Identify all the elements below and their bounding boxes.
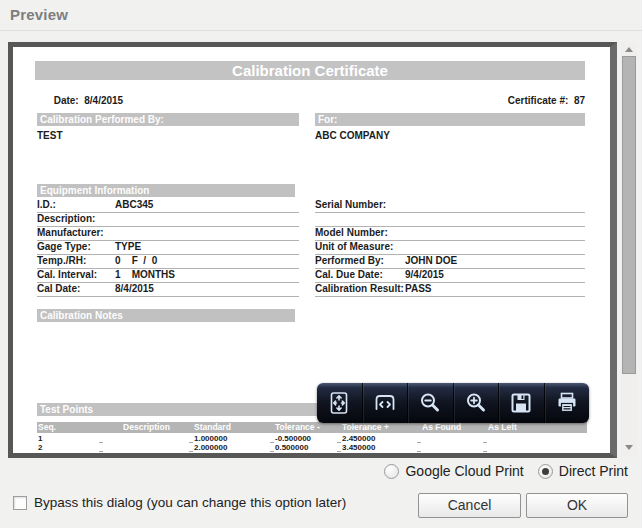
save-button[interactable] — [499, 383, 545, 423]
fit-page-icon — [326, 390, 352, 416]
equipment-right-column: Serial Number: Model Number: Unit of Mea… — [315, 199, 585, 297]
zoom-out-icon — [417, 390, 443, 416]
equipment-section-header: Equipment Information — [37, 184, 295, 197]
ok-button[interactable]: OK — [526, 493, 628, 518]
info-row: Temp./RH:0 F / 0 — [37, 255, 299, 269]
info-row: Unit of Measure: — [315, 241, 585, 255]
info-row: Calibration Result:PASS — [315, 283, 585, 297]
info-row: Cal. Due Date:9/4/2015 — [315, 269, 585, 283]
print-icon — [554, 390, 580, 416]
zoom-in-button[interactable] — [454, 383, 500, 423]
column-header: Seq. — [37, 422, 99, 433]
info-row: I.D.:ABC345 — [37, 199, 299, 213]
column-header: Tolerance + — [341, 422, 417, 433]
column-header: Standard — [193, 422, 270, 433]
certificate-title-bar: Calibration Certificate — [35, 61, 585, 80]
info-row: Performed By:JOHN DOE — [315, 255, 585, 269]
cancel-button[interactable]: Cancel — [418, 493, 521, 518]
print-destination-group: Google Cloud Print Direct Print — [384, 463, 628, 479]
info-row: Model Number: — [315, 227, 585, 241]
test-points-table-header: Seq. Description Standard Tolerance - To… — [37, 422, 587, 433]
table-row: 1 1.000000 -0.500000 2.450000 — [37, 434, 587, 443]
table-row: 2 2.000000 0.500000 3.450000 — [37, 443, 587, 452]
notes-section-header: Calibration Notes — [37, 309, 295, 322]
header-divider — [0, 30, 642, 31]
info-row: Serial Number: — [315, 199, 585, 213]
certificate-document: Calibration Certificate Date: 8/4/2015 C… — [13, 47, 610, 453]
fit-width-icon — [372, 390, 398, 416]
info-row: Manufacturer: — [37, 227, 299, 241]
direct-print-label[interactable]: Direct Print — [559, 463, 628, 479]
save-icon — [508, 390, 534, 416]
google-cloud-print-radio[interactable] — [384, 464, 399, 479]
preview-toolbar — [317, 383, 589, 423]
info-row: Gage Type:TYPE — [37, 241, 299, 255]
performed-by-value: TEST — [37, 130, 63, 141]
bypass-dialog-label[interactable]: Bypass this dialog (you can change this … — [34, 495, 346, 510]
google-cloud-print-label[interactable]: Google Cloud Print — [405, 463, 523, 479]
info-row — [315, 213, 585, 227]
column-header: As Left — [487, 422, 587, 433]
table-row: 3 3.000000 1.500000 4.450000 — [37, 452, 587, 458]
zoom-out-button[interactable] — [408, 383, 454, 423]
document-preview-pane: Calibration Certificate Date: 8/4/2015 C… — [8, 42, 617, 458]
direct-print-radio[interactable] — [538, 464, 553, 479]
info-row: Cal Date:8/4/2015 — [37, 283, 299, 297]
print-button[interactable] — [545, 383, 590, 423]
column-header: Description — [103, 422, 189, 433]
preview-scrollbar[interactable] — [621, 42, 637, 456]
performed-by-section-header: Calibration Performed By: — [37, 113, 299, 126]
column-header: As Found — [421, 422, 483, 433]
info-row: Description: — [37, 213, 299, 227]
scroll-up-icon[interactable] — [625, 47, 633, 52]
info-row: Cal. Interval:1 MONTHS — [37, 269, 299, 283]
equipment-left-column: I.D.:ABC345 Description: Manufacturer: G… — [37, 199, 299, 297]
page-title: Preview — [10, 6, 68, 23]
column-header: Tolerance - — [274, 422, 337, 433]
fit-page-button[interactable] — [317, 383, 363, 423]
for-section-header: For: — [315, 113, 585, 126]
bypass-dialog-option: Bypass this dialog (you can change this … — [13, 495, 346, 510]
scroll-down-icon[interactable] — [625, 445, 633, 450]
zoom-in-icon — [463, 390, 489, 416]
fit-width-button[interactable] — [363, 383, 409, 423]
for-value: ABC COMPANY — [315, 130, 390, 141]
bypass-dialog-checkbox[interactable] — [13, 496, 27, 510]
scrollbar-thumb[interactable] — [622, 56, 636, 374]
